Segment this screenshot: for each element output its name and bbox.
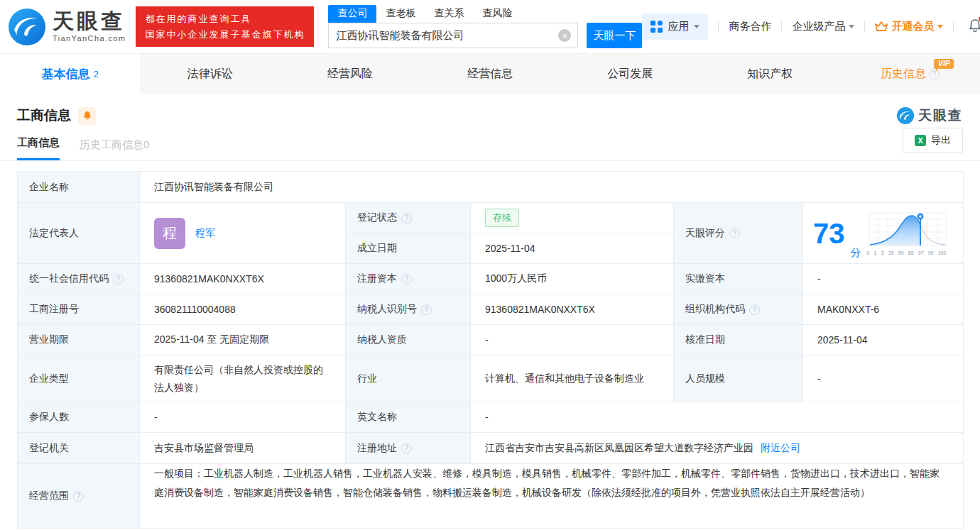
- business-term-value: 2025-11-04 至 无固定期限: [140, 325, 346, 355]
- credit-code-label: 统一社会信用代码: [18, 264, 140, 294]
- insured-count-value: -: [140, 402, 346, 433]
- search-button[interactable]: 天眼一下: [587, 23, 642, 48]
- org-code-label-text: 组织机构代码: [685, 303, 745, 316]
- score-cell[interactable]: 73 分: [803, 203, 964, 264]
- reg-address-cell: 江西省吉安市吉安县高新区凤凰园区希望大道数字经济产业园 附近公司: [471, 433, 964, 464]
- tab-intellectual-property[interactable]: 知识产权: [700, 54, 840, 94]
- reg-status-label: 登记状态: [346, 203, 471, 233]
- taxpayer-quality-value: -: [471, 325, 674, 355]
- search-tab-boss[interactable]: 查老板: [376, 5, 425, 23]
- bell-icon: [968, 18, 980, 33]
- approval-date-value: 2025-11-04: [803, 325, 964, 355]
- taxpayer-id-label: 纳税人识别号: [346, 294, 471, 325]
- subtab-business-info[interactable]: 工商信息: [17, 136, 60, 160]
- help-icon[interactable]: [401, 274, 412, 285]
- open-vip-label: 开通会员: [891, 20, 934, 33]
- tianyancha-logo-icon: [7, 7, 47, 47]
- search-tab-relation[interactable]: 查关系: [425, 5, 473, 23]
- search-tabs: 查公司 查老板 查关系 查风险: [328, 5, 642, 23]
- reg-capital-value: 1000万人民币: [471, 264, 674, 294]
- company-type-label: 企业类型: [18, 355, 140, 402]
- nearby-companies-link[interactable]: 附近公司: [761, 442, 800, 455]
- help-icon[interactable]: [421, 304, 432, 315]
- tab-company-development-label: 公司发展: [607, 67, 653, 82]
- subtab-history-business-info[interactable]: 历史工商信息0: [80, 138, 149, 160]
- search-input[interactable]: [328, 23, 578, 48]
- reg-number-value: 360821110004088: [140, 294, 346, 325]
- reg-authority-value: 吉安县市场监督管理局: [140, 433, 346, 464]
- reg-number-label: 工商注册号: [18, 294, 140, 325]
- english-name-label: 英文名称: [346, 402, 471, 433]
- company-type-value: 有限责任公司（非自然人投资或控股的法人独资）: [140, 355, 346, 402]
- reg-address-value: 江西省吉安市吉安县高新区凤凰园区希望大道数字经济产业园: [485, 442, 753, 455]
- reg-capital-label-text: 注册资本: [357, 272, 397, 285]
- company-name-value: 江西协讯智能装备有限公司: [140, 172, 964, 203]
- org-code-value: MAK0NXXT-6: [803, 294, 964, 325]
- export-button[interactable]: 导出: [903, 128, 963, 153]
- tab-history-info-label: 历史信息: [881, 67, 926, 82]
- avatar[interactable]: 程: [154, 218, 185, 249]
- org-code-label: 组织机构代码: [674, 294, 803, 325]
- subscribe-bell-button[interactable]: [78, 107, 96, 125]
- apps-menu-button[interactable]: 应用: [642, 13, 708, 40]
- search-tab-company[interactable]: 查公司: [328, 5, 376, 23]
- open-vip-menu[interactable]: 开通会员: [875, 20, 943, 33]
- promo-banner: 都在用的商业查询工具 国家中小企业发展子基金旗下机构: [136, 6, 314, 47]
- search-block: 查公司 查老板 查关系 查风险 天眼一下: [328, 5, 642, 48]
- score-unit: 分: [851, 246, 861, 260]
- tab-intellectual-property-label: 知识产权: [747, 67, 793, 82]
- score-axis-labels: 01 315 5085 9799 100: [867, 250, 947, 255]
- paid-capital-value: -: [803, 264, 964, 294]
- chevron-down-icon: [937, 25, 943, 28]
- tab-history-info[interactable]: VIP 历史信息: [840, 54, 980, 94]
- credit-code-label-text: 统一社会信用代码: [29, 272, 109, 285]
- score-value: 73: [813, 219, 845, 248]
- help-icon[interactable]: [73, 491, 84, 502]
- help-icon[interactable]: [113, 274, 124, 285]
- tab-basic-info[interactable]: 基本信息 2: [0, 54, 140, 94]
- reg-status-label-text: 登记状态: [357, 211, 397, 224]
- enterprise-products-menu[interactable]: 企业级产品: [792, 20, 854, 33]
- logo-subtitle: TianYanCha.com: [53, 35, 126, 43]
- promo-line-1: 都在用的商业查询工具: [145, 11, 305, 26]
- tab-company-development[interactable]: 公司发展: [560, 54, 700, 94]
- score-label-text: 天眼评分: [685, 227, 725, 240]
- tab-operation-info[interactable]: 经营信息: [420, 54, 560, 94]
- help-icon[interactable]: [401, 443, 412, 453]
- business-scope-value: 一般项目：工业机器人制造，工业机器人销售，工业机器人安装、维修，模具制造，模具销…: [140, 464, 964, 529]
- legal-rep-cell: 程 程军: [140, 203, 346, 264]
- legal-rep-name-link[interactable]: 程军: [195, 227, 215, 240]
- excel-icon: [915, 135, 926, 146]
- help-icon[interactable]: [749, 304, 760, 315]
- business-coop-link[interactable]: 商务合作: [729, 20, 771, 33]
- tab-operation-risk-label: 经营风险: [327, 67, 373, 82]
- tianyancha-logo[interactable]: 天眼查 TianYanCha.com: [7, 7, 126, 47]
- english-name-value: -: [471, 402, 964, 433]
- tab-operation-risk[interactable]: 经营风险: [280, 54, 420, 94]
- crown-icon: [875, 21, 888, 32]
- divider: [864, 21, 865, 32]
- company-nav-tabs: 基本信息 2 法律诉讼 经营风险 经营信息 公司发展 知识产权 VIP 历史信息: [0, 53, 980, 94]
- notifications-button[interactable]: [968, 18, 980, 35]
- search-tab-risk[interactable]: 查风险: [473, 5, 521, 23]
- paid-capital-label: 实缴资本: [674, 264, 803, 294]
- business-scope-label: 经营范围: [18, 464, 140, 529]
- legal-rep-label: 法定代表人: [18, 203, 140, 264]
- watermark-logo: 天眼查: [896, 106, 963, 125]
- header-menu: 应用 商务合作 企业级产品 开通会员 超级..: [642, 13, 980, 40]
- tab-legal-litigation[interactable]: 法律诉讼: [140, 54, 280, 94]
- apps-grid-icon: [650, 21, 663, 33]
- bell-icon: [82, 111, 92, 121]
- business-info-table: 企业名称 江西协讯智能装备有限公司 法定代表人 程 程军 登记状态 存续 成立日…: [17, 171, 963, 529]
- insured-count-label: 参保人数: [18, 402, 140, 433]
- approval-date-label: 核准日期: [674, 325, 803, 355]
- business-term-label: 营业期限: [18, 325, 140, 355]
- help-icon[interactable]: [729, 228, 740, 238]
- watermark-text: 天眼查: [918, 106, 963, 125]
- establish-date-label: 成立日期: [346, 233, 471, 264]
- vip-badge: VIP: [934, 59, 954, 69]
- credit-code-value: 91360821MAK0NXXT6X: [140, 264, 346, 294]
- taxpayer-id-label-text: 纳税人识别号: [357, 303, 417, 316]
- help-icon[interactable]: [401, 213, 412, 223]
- reg-address-label: 注册地址: [346, 433, 471, 464]
